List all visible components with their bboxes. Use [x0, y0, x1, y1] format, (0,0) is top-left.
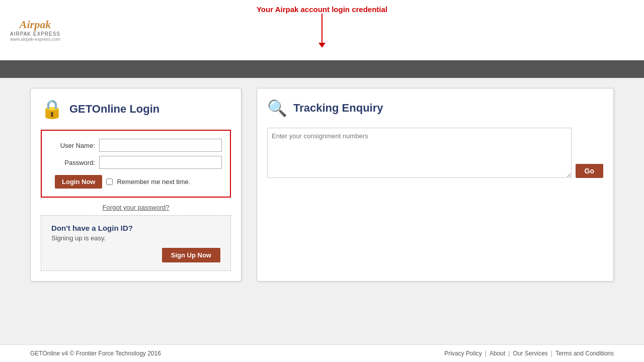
login-card: 🔒 GETOnline Login User Name: Password: L… — [30, 88, 242, 282]
tracking-title: Tracking Enquiry — [293, 102, 383, 115]
go-button[interactable]: Go — [576, 164, 603, 178]
tracking-header: 🔍 Tracking Enquiry — [267, 99, 603, 118]
forgot-anchor[interactable]: Forgot your password? — [103, 204, 170, 211]
footer-links: Privacy Policy | About | Our Services | … — [444, 350, 614, 357]
username-input[interactable] — [99, 139, 222, 152]
footer: GETOnline v4 © Frontier Force Technology… — [0, 344, 644, 362]
footer-copyright: GETOnline v4 © Frontier Force Technology… — [30, 350, 161, 357]
login-header: 🔒 GETOnline Login — [41, 99, 231, 120]
signup-subtitle: Signing up is easy. — [51, 234, 220, 242]
logo-sub: AIRPAK EXPRESS — [10, 31, 60, 37]
remember-label: Remember me next time. — [117, 178, 190, 186]
login-button[interactable]: Login Now — [55, 175, 102, 189]
signup-button[interactable]: Sign Up Now — [162, 248, 220, 262]
logo-area: Airpak AIRPAK EXPRESS www.airpak-express… — [10, 18, 60, 42]
login-title: GETOnline Login — [69, 103, 159, 116]
header-annotation: Your Airpak account login credential — [257, 5, 387, 44]
logo-url: www.airpak-express.com — [10, 37, 60, 42]
signup-box: Don't have a Login ID? Signing up is eas… — [41, 215, 231, 271]
password-input[interactable] — [99, 156, 222, 169]
signup-title: Don't have a Login ID? — [51, 224, 220, 232]
remember-row: Login Now Remember me next time. — [50, 175, 222, 189]
tracking-card: 🔍 Tracking Enquiry Go — [257, 88, 614, 282]
annotation-text: Your Airpak account login credential — [257, 5, 387, 14]
header: Airpak AIRPAK EXPRESS www.airpak-express… — [0, 0, 644, 60]
form-rows: User Name: Password: — [50, 139, 222, 169]
login-form-box: User Name: Password: Login Now Remember … — [41, 130, 231, 198]
footer-link-terms[interactable]: Terms and Conditions — [555, 350, 614, 357]
username-row: User Name: — [50, 139, 222, 152]
footer-link-services[interactable]: Our Services — [513, 350, 547, 357]
remember-checkbox[interactable] — [106, 178, 113, 185]
main-content: 🔒 GETOnline Login User Name: Password: L… — [0, 78, 644, 292]
footer-link-privacy[interactable]: Privacy Policy — [444, 350, 482, 357]
logo-text: Airpak — [20, 18, 51, 31]
lock-icon: 🔒 — [41, 99, 63, 120]
consignment-textarea[interactable] — [267, 128, 572, 178]
footer-link-about[interactable]: About — [490, 350, 505, 357]
annotation-arrow — [321, 14, 323, 44]
password-row: Password: — [50, 156, 222, 169]
password-label: Password: — [50, 159, 95, 166]
navbar — [0, 60, 644, 78]
search-icon: 🔍 — [267, 99, 287, 118]
forgot-password-link[interactable]: Forgot your password? — [41, 204, 231, 211]
tracking-input-row: Go — [267, 128, 603, 178]
username-label: User Name: — [50, 142, 95, 149]
